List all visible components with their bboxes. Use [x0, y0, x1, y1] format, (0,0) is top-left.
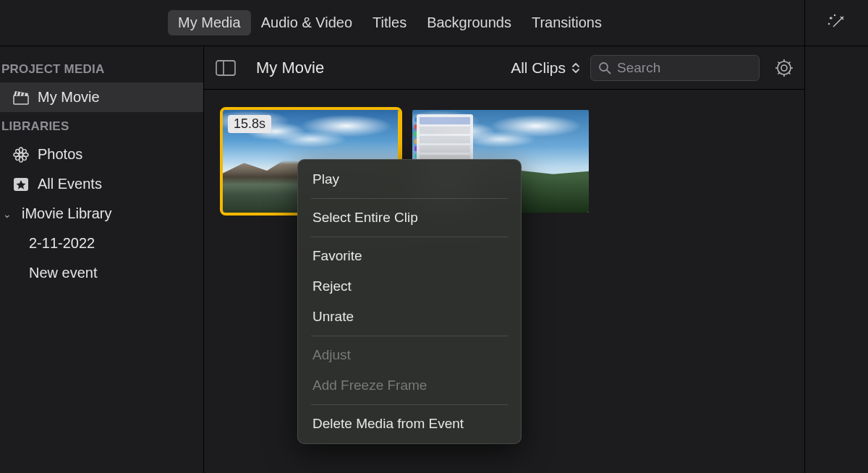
menu-favorite[interactable]: Favorite	[298, 241, 521, 271]
tab-audio-video[interactable]: Audio & Video	[251, 10, 362, 35]
menu-delete-media[interactable]: Delete Media from Event	[298, 409, 521, 439]
sidebar-item-all-events[interactable]: All Events	[0, 169, 203, 199]
search-box[interactable]	[590, 55, 760, 81]
app-header: My Media Audio & Video Titles Background…	[0, 0, 868, 46]
svg-point-9	[20, 153, 23, 156]
sidebar-item-new-event[interactable]: New event	[0, 258, 203, 288]
sidebar-item-photos[interactable]: Photos	[0, 140, 203, 169]
sidebar-item-label: New event	[29, 265, 98, 281]
settings-button[interactable]	[774, 58, 794, 78]
menu-separator	[311, 336, 508, 336]
svg-line-6	[17, 92, 17, 95]
sidebar-item-label: Photos	[38, 146, 82, 163]
svg-line-30	[789, 72, 791, 74]
browser-toolbar: My Movie All Clips	[204, 46, 804, 90]
tab-backgrounds[interactable]: Backgrounds	[417, 10, 522, 35]
right-panel-strip	[804, 46, 868, 473]
tab-my-media[interactable]: My Media	[168, 10, 251, 35]
sidebar-item-my-movie[interactable]: My Movie	[0, 82, 203, 112]
updown-icon	[571, 61, 580, 74]
menu-separator	[311, 198, 508, 199]
svg-point-3	[834, 15, 835, 16]
menu-unrate[interactable]: Unrate	[298, 302, 521, 332]
sidebar: PROJECT MEDIA My Movie LIBRARIES Photos …	[0, 46, 204, 473]
clip-filter-dropdown[interactable]: All Clips	[511, 59, 580, 77]
enhance-zone	[804, 0, 868, 46]
disclosure-icon[interactable]: ⌄	[3, 208, 12, 220]
svg-point-4	[828, 24, 829, 25]
tab-transitions[interactable]: Transitions	[522, 10, 612, 35]
gear-icon	[774, 58, 794, 78]
section-project-media: PROJECT MEDIA	[0, 55, 203, 82]
svg-line-8	[24, 93, 25, 96]
svg-line-7	[20, 93, 21, 96]
layout-toggle-button[interactable]	[214, 58, 237, 78]
menu-adjust: Adjust	[298, 340, 521, 370]
media-tabs: My Media Audio & Video Titles Background…	[168, 10, 612, 35]
flower-icon	[13, 147, 29, 163]
project-title: My Movie	[256, 59, 324, 77]
filter-label-text: All Clips	[511, 59, 566, 77]
menu-play[interactable]: Play	[298, 164, 521, 195]
context-menu: Play Select Entire Clip Favorite Reject …	[297, 159, 522, 444]
sidebar-item-label: iMovie Library	[22, 205, 111, 222]
svg-line-22	[607, 70, 610, 74]
sidebar-item-event-date[interactable]: 2-11-2022	[0, 229, 203, 258]
star-box-icon	[13, 177, 29, 192]
menu-separator	[311, 236, 508, 237]
svg-point-24	[781, 65, 787, 71]
sidebar-item-label: My Movie	[38, 89, 100, 106]
duration-badge: 15.8s	[228, 115, 271, 133]
svg-rect-5	[14, 95, 28, 104]
clapperboard-icon	[13, 90, 29, 105]
search-icon	[598, 61, 611, 74]
svg-line-32	[789, 61, 791, 63]
sidebar-item-label: All Events	[38, 176, 102, 192]
svg-point-21	[600, 63, 608, 71]
menu-add-freeze-frame: Add Freeze Frame	[298, 370, 521, 401]
tab-titles[interactable]: Titles	[362, 10, 417, 35]
svg-line-31	[778, 72, 780, 74]
menu-select-entire-clip[interactable]: Select Entire Clip	[298, 203, 521, 233]
search-input[interactable]	[617, 60, 752, 76]
wand-icon[interactable]	[826, 12, 848, 34]
sidebar-item-imovie-library[interactable]: ⌄ iMovie Library	[0, 199, 203, 229]
svg-point-23	[778, 61, 791, 74]
section-libraries: LIBRARIES	[0, 112, 203, 140]
svg-rect-19	[216, 61, 235, 75]
sidebar-item-label: 2-11-2022	[29, 235, 95, 252]
svg-line-29	[778, 61, 780, 63]
menu-reject[interactable]: Reject	[298, 271, 521, 302]
menu-separator	[311, 404, 508, 405]
